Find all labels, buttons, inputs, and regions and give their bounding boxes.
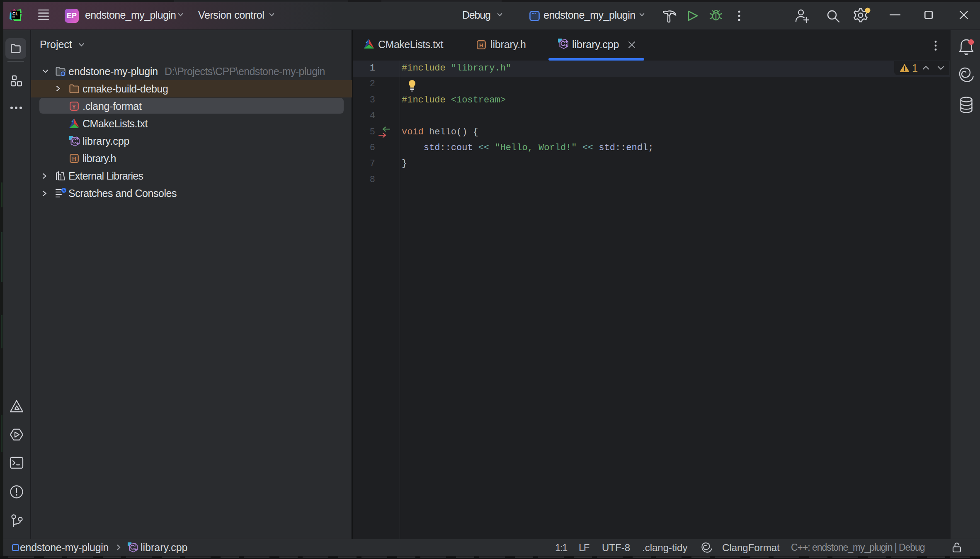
svg-text:CL: CL — [12, 12, 18, 16]
svg-text:H: H — [72, 156, 76, 162]
svg-text:H: H — [479, 42, 483, 49]
svg-text:Y: Y — [72, 104, 76, 110]
